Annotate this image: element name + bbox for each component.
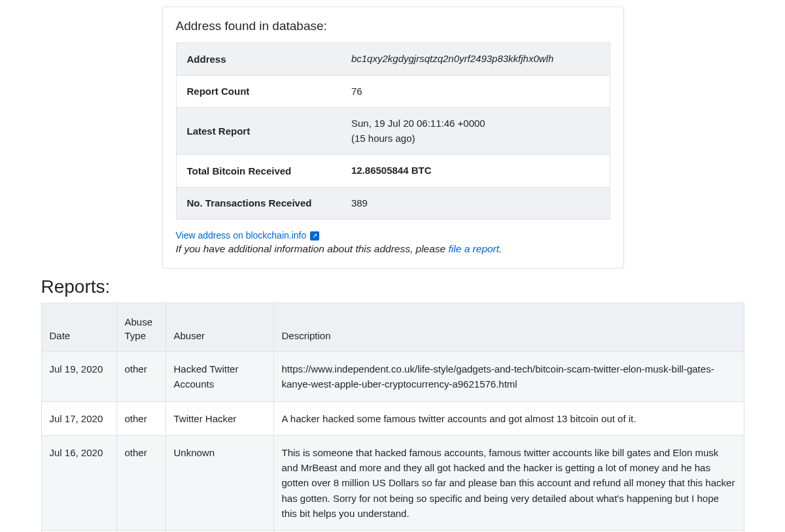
value-latest-report: Sun, 19 Jul 20 06:11:46 +0000 (15 hours … (341, 108, 610, 155)
abuse-type-line1: Abuse (125, 316, 153, 327)
cell-abuser: Hacked Twitter Accounts (166, 352, 273, 402)
cell-type: other (116, 352, 166, 402)
cell-date: Jul 17, 2020 (41, 401, 116, 435)
value-address: bc1qxy2kgdygjrsqtzq2n0yrf2493p83kkfjhx0w… (341, 43, 610, 76)
external-link-icon: ↗ (310, 231, 319, 241)
cell-date: Jul 19, 2020 (41, 352, 116, 402)
label-total-btc: Total Bitcoin Received (176, 155, 341, 188)
reports-table: Date Abuse Type Abuser Description Jul 1… (41, 303, 744, 532)
cell-description: https://www.independent.co.uk/life-style… (273, 352, 744, 402)
label-tx-count: No. Transactions Received (176, 187, 341, 220)
file-report-link[interactable]: file a report (449, 243, 500, 254)
row-address: Address bc1qxy2kgdygjrsqtzq2n0yrf2493p83… (176, 43, 610, 76)
table-row: Jul 17, 2020 other Twitter Hacker A hack… (41, 401, 744, 435)
value-total-btc: 12.86505844 BTC (341, 155, 610, 188)
cell-description: This is someone that hacked famous accou… (273, 435, 744, 530)
card-title: Address found in database: (176, 19, 610, 33)
cell-date: Jul 16, 2020 (41, 435, 116, 530)
info-suffix: . (499, 243, 502, 254)
cell-type: other (116, 401, 166, 435)
col-header-description: Description (273, 303, 744, 352)
row-tx-count: No. Transactions Received 389 (176, 187, 610, 220)
value-report-count: 76 (341, 75, 610, 108)
label-report-count: Report Count (176, 75, 341, 108)
file-report-line: If you have additional information about… (176, 243, 610, 255)
row-total-btc: Total Bitcoin Received 12.86505844 BTC (176, 155, 610, 188)
address-detail-table: Address bc1qxy2kgdygjrsqtzq2n0yrf2493p83… (176, 42, 610, 220)
info-prefix: If you have additional information about… (176, 243, 449, 254)
table-row: Jul 19, 2020 other Hacked Twitter Accoun… (41, 352, 744, 402)
blockchain-link-text: View address on blockchain.info (176, 230, 307, 241)
col-header-abuse-type: Abuse Type (116, 303, 166, 352)
blockchain-link-row: View address on blockchain.info ↗ (176, 230, 610, 241)
col-header-date: Date (41, 303, 116, 352)
cell-description: A hacker hacked some famous twitter acco… (273, 401, 744, 435)
latest-report-relative: (15 hours ago) (351, 133, 415, 144)
reports-heading: Reports: (41, 276, 744, 297)
latest-report-timestamp: Sun, 19 Jul 20 06:11:46 +0000 (351, 118, 485, 129)
table-row: Jul 16, 2020 other Unknown This is someo… (41, 435, 744, 530)
address-detail-card: Address found in database: Address bc1qx… (162, 7, 624, 269)
reports-header-row: Date Abuse Type Abuser Description (41, 303, 744, 352)
row-latest-report: Latest Report Sun, 19 Jul 20 06:11:46 +0… (176, 108, 610, 155)
label-address: Address (176, 43, 341, 76)
label-latest-report: Latest Report (176, 108, 341, 155)
abuse-type-line2: Type (125, 330, 147, 341)
col-header-abuser: Abuser (166, 303, 273, 352)
blockchain-link[interactable]: View address on blockchain.info ↗ (176, 230, 320, 241)
cell-abuser: Unknown (166, 435, 273, 530)
row-report-count: Report Count 76 (176, 75, 610, 108)
cell-type: other (116, 435, 166, 530)
cell-abuser: Twitter Hacker (166, 401, 273, 435)
value-tx-count: 389 (341, 187, 610, 220)
